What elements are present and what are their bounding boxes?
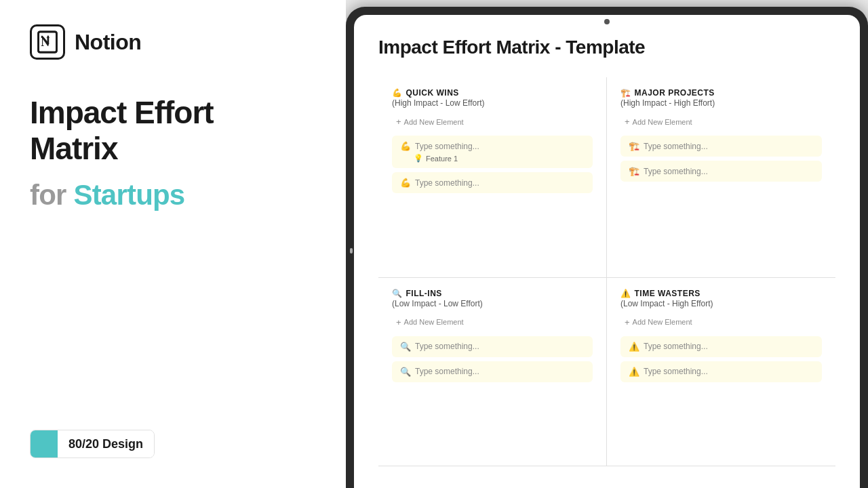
quadrant-header-time-wasters: ⚠️ TIME WASTERS (Low Impact - High Effor… bbox=[620, 289, 822, 308]
add-new-quick-wins[interactable]: + Add New Element bbox=[392, 115, 593, 129]
quadrant-subtitle-major-projects: (High Impact - High Effort) bbox=[620, 98, 822, 108]
card-icon: ⚠️ bbox=[629, 367, 639, 377]
tablet-mockup: Impact Effort Matrix - Template 💪 QUICK … bbox=[346, 7, 868, 488]
fill-ins-card-2[interactable]: 🔍 Type something... bbox=[392, 361, 593, 382]
notion-icon: N bbox=[30, 24, 65, 60]
tablet-camera bbox=[604, 19, 610, 24]
fill-ins-card-1[interactable]: 🔍 Type something... bbox=[392, 336, 593, 357]
add-plus-icon: + bbox=[396, 117, 401, 127]
quick-wins-card-1[interactable]: 💪 Type something... 💡 Feature 1 bbox=[392, 136, 593, 168]
time-wasters-card-2[interactable]: ⚠️ Type something... bbox=[620, 361, 822, 382]
card-sub-item: 💡 Feature 1 bbox=[400, 154, 585, 163]
add-new-fill-ins[interactable]: + Add New Element bbox=[392, 315, 593, 329]
tablet-screen: Impact Effort Matrix - Template 💪 QUICK … bbox=[354, 15, 860, 488]
add-new-time-wasters[interactable]: + Add New Element bbox=[620, 315, 822, 329]
quadrant-quick-wins: 💪 QUICK WINS (High Impact - Low Effort) … bbox=[378, 77, 607, 278]
major-projects-card-1[interactable]: 🏗️ Type something... bbox=[620, 136, 822, 157]
quadrant-header-fill-ins: 🔍 FILL-INS (Low Impact - Low Effort) bbox=[392, 289, 593, 308]
svg-text:N: N bbox=[41, 35, 50, 49]
logo-area: N Notion bbox=[30, 24, 316, 60]
add-plus-icon: + bbox=[625, 117, 630, 127]
quadrant-header-quick-wins: 💪 QUICK WINS (High Impact - Low Effort) bbox=[392, 88, 593, 108]
right-panel: Impact Effort Matrix - Template 💪 QUICK … bbox=[346, 0, 868, 488]
badge-color-swatch bbox=[31, 430, 58, 458]
quadrant-title-time-wasters: ⚠️ TIME WASTERS bbox=[620, 289, 822, 298]
main-title: Impact Effort Matrix bbox=[30, 95, 316, 167]
quick-wins-card-2[interactable]: 💪 Type something... bbox=[392, 172, 593, 193]
quadrant-time-wasters: ⚠️ TIME WASTERS (Low Impact - High Effor… bbox=[607, 278, 835, 467]
quick-wins-emoji: 💪 bbox=[392, 88, 403, 98]
card-icon: 💪 bbox=[400, 178, 411, 188]
quadrant-title-fill-ins: 🔍 FILL-INS bbox=[392, 289, 593, 298]
card-icon: 🏗️ bbox=[629, 141, 639, 151]
quadrant-subtitle-time-wasters: (Low Impact - High Effort) bbox=[620, 299, 822, 308]
add-plus-icon: + bbox=[396, 317, 401, 327]
major-projects-emoji: 🏗️ bbox=[620, 88, 631, 98]
card-icon: ⚠️ bbox=[629, 342, 639, 352]
page-title: Impact Effort Matrix - Template bbox=[378, 37, 835, 58]
time-wasters-emoji: ⚠️ bbox=[620, 289, 631, 298]
left-panel: N Notion Impact Effort Matrix for Startu… bbox=[0, 0, 346, 488]
brand-name: Notion bbox=[75, 30, 141, 55]
card-icon: 💪 bbox=[400, 141, 411, 151]
card-icon: 🔍 bbox=[400, 367, 411, 377]
major-projects-card-2[interactable]: 🏗️ Type something... bbox=[620, 161, 822, 182]
matrix-grid: 💪 QUICK WINS (High Impact - Low Effort) … bbox=[378, 77, 835, 466]
scroll-indicator bbox=[350, 248, 353, 253]
badge-label: 80/20 Design bbox=[58, 430, 154, 458]
fill-ins-emoji: 🔍 bbox=[392, 289, 403, 298]
quadrant-title-quick-wins: 💪 QUICK WINS bbox=[392, 88, 593, 98]
bottom-badge: 80/20 Design bbox=[30, 430, 155, 458]
add-plus-icon: + bbox=[625, 317, 630, 327]
notion-content: Impact Effort Matrix - Template 💪 QUICK … bbox=[354, 15, 860, 488]
subtitle: for Startups bbox=[30, 179, 316, 211]
quadrant-subtitle-quick-wins: (High Impact - Low Effort) bbox=[392, 98, 593, 108]
time-wasters-card-1[interactable]: ⚠️ Type something... bbox=[620, 336, 822, 357]
add-new-major-projects[interactable]: + Add New Element bbox=[620, 115, 822, 129]
quadrant-fill-ins: 🔍 FILL-INS (Low Impact - Low Effort) + A… bbox=[378, 278, 607, 467]
quadrant-major-projects: 🏗️ MAJOR PROJECTS (High Impact - High Ef… bbox=[607, 77, 835, 278]
card-icon: 🏗️ bbox=[629, 166, 639, 176]
quadrant-subtitle-fill-ins: (Low Impact - Low Effort) bbox=[392, 299, 593, 308]
card-icon: 🔍 bbox=[400, 342, 411, 352]
quadrant-title-major-projects: 🏗️ MAJOR PROJECTS bbox=[620, 88, 822, 98]
quadrant-header-major-projects: 🏗️ MAJOR PROJECTS (High Impact - High Ef… bbox=[620, 88, 822, 108]
